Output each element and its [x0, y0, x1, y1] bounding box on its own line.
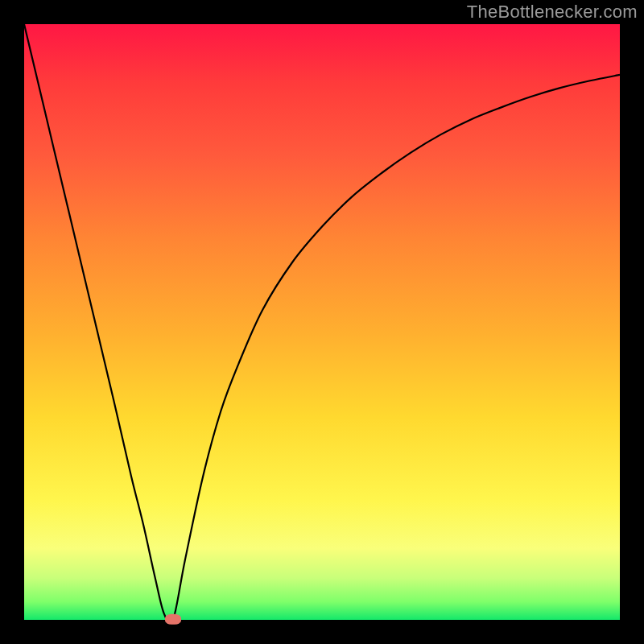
chart-frame: TheBottlenecker.com: [0, 0, 644, 644]
plot-area: [24, 24, 620, 620]
optimal-marker: [165, 614, 181, 625]
watermark-text: TheBottlenecker.com: [467, 2, 638, 23]
bottleneck-curve: [24, 24, 620, 620]
